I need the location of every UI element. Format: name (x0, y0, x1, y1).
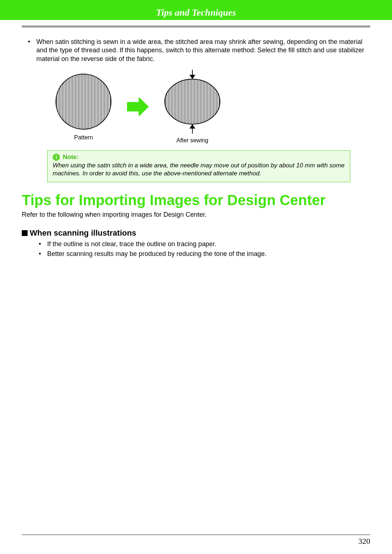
arrow-right-icon (127, 97, 149, 117)
svg-point-1 (56, 74, 111, 129)
list-item: • Better scanning results may be produce… (33, 250, 370, 258)
note-label: Note: (63, 154, 78, 161)
section-heading: Tips for Importing Images for Design Cen… (22, 192, 370, 208)
bullet-icon: • (33, 250, 47, 258)
note-box: ! Note: When using the satin stitch in a… (47, 150, 350, 182)
circle-pattern-icon (54, 73, 113, 131)
note-text: When using the satin stitch in a wide ar… (53, 162, 345, 178)
list-item: • If the outline is not clear, trace the… (33, 240, 370, 248)
svg-point-44 (165, 79, 220, 124)
header-rule (22, 25, 370, 28)
svg-marker-43 (189, 75, 195, 79)
list-item-text: Better scanning results may be produced … (47, 250, 370, 258)
alert-icon: ! (53, 154, 60, 161)
figure-pattern: Pattern (54, 73, 113, 141)
figure-row: Pattern After sewing (54, 70, 370, 144)
footer-rule (22, 534, 370, 535)
section-intro: Refer to the following when importing im… (22, 211, 370, 219)
subheading: When scanning illustrations (22, 228, 370, 238)
bullet-icon: • (22, 38, 36, 63)
paragraph-text: When satin stitching is sewn in a wide a… (36, 38, 370, 63)
figure-sewing-caption: After sewing (163, 137, 221, 144)
page-content: • When satin stitching is sewn in a wide… (22, 36, 370, 260)
figure-pattern-caption: Pattern (54, 134, 113, 141)
circle-sewing-icon (163, 70, 221, 134)
note-header: ! Note: (53, 154, 345, 161)
list-item-text: If the outline is not clear, trace the o… (47, 240, 370, 248)
page-number: 320 (358, 537, 370, 546)
square-bullet-icon (22, 230, 28, 236)
svg-marker-40 (127, 97, 149, 117)
figure-after-sewing: After sewing (163, 70, 221, 144)
svg-marker-84 (189, 124, 195, 129)
subheading-text: When scanning illustrations (30, 228, 136, 238)
bullet-icon: • (33, 240, 47, 248)
sub-list: • If the outline is not clear, trace the… (33, 240, 370, 258)
paragraph-satin-stitch: • When satin stitching is sewn in a wide… (22, 38, 370, 63)
page-header: Tips and Techniques (0, 7, 392, 18)
